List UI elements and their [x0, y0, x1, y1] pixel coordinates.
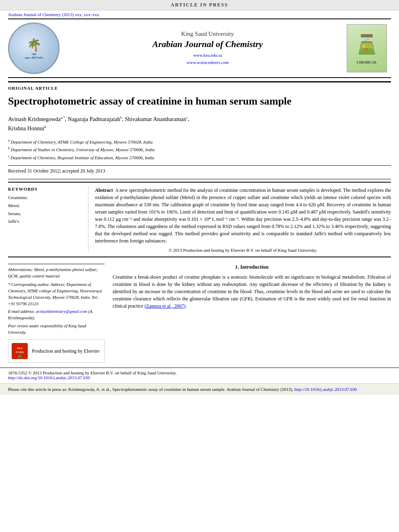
introduction-body: Creatinine a break-down product of creat… — [113, 273, 391, 310]
chemical-logo-svg — [353, 32, 381, 60]
affil-c-sup: c — [8, 154, 10, 158]
two-col-section: Abbreviations: Metol, p-methylamino phen… — [8, 264, 391, 363]
affil-a-sup: a — [8, 139, 10, 142]
affil-c-text: Department of Chemistry, Regional Instit… — [10, 155, 154, 160]
abstract-label: Abstract — [95, 187, 113, 193]
keywords-column: KEYWORDS Creatinine; Metol; Serum; Jaffe… — [8, 187, 88, 253]
article-in-press-banner: ARTICLE IN PRESS — [0, 0, 399, 10]
email-link[interactable]: avinashkhemistry@gmail.com — [36, 309, 87, 314]
peer-review: Peer review under responsibility of King… — [8, 323, 105, 336]
author-1-sup: a,* — [61, 115, 65, 119]
journal-name: Arabian Journal of Chemistry — [72, 39, 343, 49]
journal-url1[interactable]: www.ksu.edu.sa — [193, 53, 222, 58]
palm-tree-icon: 🌴 — [25, 38, 43, 52]
affil-a-text: Department of Chemistry, ATME College of… — [11, 140, 153, 144]
journal-header: 🌴 ١٩٥٧ جامعة الملك سعود King Saud Univer… — [8, 18, 391, 78]
divider-before-abstract — [8, 179, 391, 179]
abstract-column: Abstract A new spectrophotometric method… — [88, 187, 391, 253]
abstract-copyright: © 2013 Production and hosting by Elsevie… — [95, 248, 391, 253]
chemical-label: CHEMICAL — [357, 60, 377, 64]
author-4-sup: b — [45, 125, 47, 129]
svg-point-5 — [368, 39, 369, 40]
left-column: Abbreviations: Metol, p-methylamino phen… — [8, 264, 105, 363]
corresponding-author: * Corresponding author. Address: Departm… — [8, 281, 105, 307]
citation-line: Arabian Journal of Chemistry (2013) xxx,… — [0, 10, 399, 18]
zamora-ref[interactable]: (Zamora et al., 2007) — [144, 303, 185, 309]
journal-header-center: King Saud University Arabian Journal of … — [72, 31, 343, 66]
journal-urls: www.ksu.edu.sa www.sciencedirect.com — [72, 52, 343, 66]
email-label: E-mail address: — [8, 309, 35, 314]
keyword-1: Creatinine; — [8, 194, 82, 202]
divider-top — [8, 81, 391, 82]
article-title: Spectrophotometric assay of creatinine i… — [8, 94, 391, 108]
affiliations: a Department of Chemistry, ATME College … — [8, 138, 391, 161]
university-name: King Saud University — [72, 31, 343, 37]
elsevier-production-text: Production and hosting by Elsevier — [32, 348, 100, 354]
author-sep-1: , Nagaraja Padmarajaiah — [65, 116, 120, 122]
cite-doi-link[interactable]: http://10.1016/j.arabjc.2013.07.030 — [294, 387, 357, 392]
article-type: ORIGINAL ARTICLE — [8, 86, 391, 90]
introduction-title: 1. Introduction — [113, 264, 391, 270]
footnotes: Abbreviations: Metol, p-methylamino phen… — [8, 264, 105, 336]
svg-text:ELS: ELS — [17, 347, 22, 350]
keyword-2: Metol; — [8, 202, 82, 210]
bottom-cite: Please cite this article in press as: Kr… — [0, 383, 399, 395]
keywords-list: Creatinine; Metol; Serum; Jaffe's — [8, 194, 82, 226]
affil-b-sup: b — [8, 146, 10, 150]
svg-rect-6 — [362, 41, 372, 43]
issn-text: 1878-5352 © 2013 Production and hosting … — [8, 370, 177, 375]
affil-a: a Department of Chemistry, ATME College … — [8, 138, 391, 146]
email-line: E-mail address: avinashkhemistry@gmail.c… — [8, 308, 105, 321]
keyword-3: Serum; — [8, 210, 82, 218]
ksu-logo-ring: 🌴 ١٩٥٧ جامعة الملك سعود — [8, 23, 60, 74]
ksu-logo-left: 🌴 ١٩٥٧ جامعة الملك سعود — [8, 23, 72, 74]
ref-end: . — [185, 303, 187, 309]
divider-after-affil — [8, 165, 391, 166]
ksu-logo-year: ١٩٥٧ — [25, 53, 43, 55]
author-sep-2: , Shivakumar Anantharaman — [122, 116, 186, 122]
author-1: Avinash Krishnegowda — [8, 116, 61, 122]
chemical-logo-box: CHEMICAL — [347, 24, 387, 72]
abstract-text: Abstract A new spectrophotometric method… — [95, 187, 391, 244]
abstract-body: A new spectrophotometric method for the … — [95, 187, 391, 244]
bottom-issn: 1878-5352 © 2013 Production and hosting … — [0, 368, 399, 382]
keyword-4: Jaffe's — [8, 218, 82, 226]
elsevier-section: ELS EVIER Production and hosting by Else… — [8, 339, 105, 363]
ksu-logo-content: 🌴 ١٩٥٧ جامعة الملك سعود — [25, 38, 43, 59]
main-content: ORIGINAL ARTICLE Spectrophotometric assa… — [0, 81, 399, 363]
affil-b: b Department of Studies in Chemistry, Un… — [8, 146, 391, 153]
right-column: 1. Introduction Creatinine a break-down … — [113, 264, 391, 363]
elsevier-logo: ELS EVIER — [12, 343, 28, 359]
abstract-keywords-section: KEYWORDS Creatinine; Metol; Serum; Jaffe… — [8, 182, 391, 257]
journal-url2[interactable]: www.sciencedirect.com — [187, 60, 229, 65]
author-4: Krishna Honnur — [8, 125, 45, 131]
keywords-title: KEYWORDS — [8, 187, 82, 191]
svg-point-4 — [365, 39, 366, 41]
affil-c: c Department of Chemistry, Regional Inst… — [8, 154, 391, 161]
received-date: Received 31 October 2012; accepted 20 Ju… — [8, 168, 391, 174]
chemical-logo-right: CHEMICAL — [343, 24, 391, 72]
doi-link[interactable]: http://dx.doi.org/10.1016/j.arabjc.2013.… — [8, 375, 90, 380]
elsevier-logo-svg: ELS EVIER — [13, 343, 27, 359]
svg-point-3 — [366, 48, 368, 50]
svg-point-2 — [368, 43, 370, 45]
svg-rect-0 — [361, 34, 373, 37]
abbreviations: Abbreviations: Metol, p-methylamino phen… — [8, 267, 105, 279]
author-sep-3: , — [188, 116, 189, 122]
cite-prefix: Please cite this article in press as: Kr… — [8, 387, 293, 392]
svg-text:EVIER: EVIER — [16, 351, 24, 353]
svg-rect-11 — [19, 357, 21, 359]
svg-point-1 — [363, 45, 365, 47]
affil-b-text: Department of Studies in Chemistry, Univ… — [11, 147, 155, 152]
authors-line: Avinash Krishnegowdaa,*, Nagaraja Padmar… — [8, 115, 391, 133]
ksu-logo-name: جامعة الملك سعود — [25, 56, 43, 59]
